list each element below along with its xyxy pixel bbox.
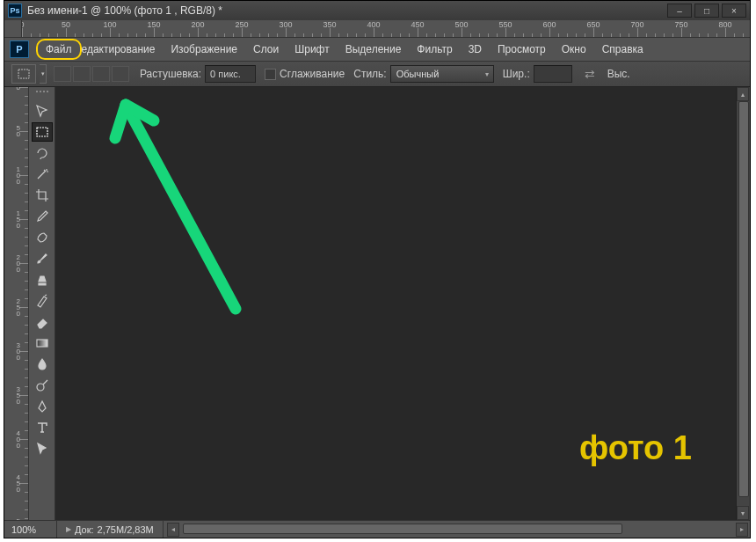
- gradient-tool[interactable]: [32, 333, 53, 353]
- tool-preset-icon[interactable]: [11, 64, 36, 84]
- scroll-right-button[interactable]: ▸: [736, 523, 748, 537]
- width-label: Шир.:: [503, 68, 530, 80]
- magic-wand-tool[interactable]: [32, 165, 53, 184]
- move-tool[interactable]: [32, 101, 53, 121]
- scroll-down-button[interactable]: ▾: [737, 506, 749, 520]
- selection-subtract-button[interactable]: [92, 66, 110, 82]
- selection-add-button[interactable]: [73, 66, 91, 82]
- vertical-scrollbar[interactable]: ▴ ▾: [736, 87, 750, 520]
- scroll-left-button[interactable]: ◂: [167, 523, 179, 537]
- lasso-tool[interactable]: [32, 143, 53, 163]
- brush-tool[interactable]: [32, 249, 53, 268]
- minimize-button[interactable]: –: [667, 4, 692, 18]
- width-input[interactable]: [534, 65, 572, 83]
- svg-point-3: [37, 384, 44, 391]
- svg-rect-2: [37, 340, 47, 347]
- annotation-label: фото 1: [579, 429, 692, 467]
- selection-intersect-button[interactable]: [112, 66, 129, 82]
- menu-item-изображение[interactable]: Изображение: [163, 40, 245, 58]
- left-gutter: [4, 87, 11, 520]
- ruler-origin: [4, 20, 22, 38]
- options-bar: ▾ Растушевка: Сглаживание Стиль: Обычный…: [4, 61, 750, 87]
- history-brush-tool[interactable]: [32, 291, 53, 311]
- menu-item-3d[interactable]: 3D: [461, 40, 490, 58]
- type-tool[interactable]: [32, 418, 53, 437]
- title-bar: Ps Без имени-1 @ 100% (фото 1 , RGB/8) *…: [4, 1, 750, 20]
- healing-brush-tool[interactable]: [32, 228, 53, 247]
- ruler-horizontal: 0501001502002503003504004505005506006507…: [22, 20, 750, 38]
- clone-stamp-tool[interactable]: [32, 270, 53, 289]
- feather-input[interactable]: [205, 65, 256, 83]
- maximize-button[interactable]: □: [694, 4, 719, 18]
- ps-logo-icon: P: [10, 40, 29, 58]
- doc-size: 2,75M/2,83M: [98, 524, 154, 535]
- canvas[interactable]: фото 1: [55, 87, 736, 520]
- menu-item-шрифт[interactable]: Шрифт: [287, 40, 337, 58]
- style-value: Обычный: [396, 69, 440, 79]
- selection-new-button[interactable]: [54, 66, 71, 82]
- height-label: Выс.: [607, 68, 630, 80]
- dodge-tool[interactable]: [32, 376, 53, 395]
- menu-item-выделение[interactable]: Выделение: [338, 40, 410, 58]
- close-button[interactable]: ×: [722, 4, 746, 18]
- path-selection-tool[interactable]: [32, 439, 53, 458]
- horizontal-scrollbar[interactable]: ◂ ▸: [164, 521, 750, 538]
- work-area: 050100150200250300350400450500 фото 1 ▴ …: [4, 87, 750, 520]
- blur-tool[interactable]: [32, 355, 53, 374]
- status-bar: 100% ▶ Док: 2,75M/2,83M ◂ ▸: [4, 520, 750, 538]
- style-label: Стиль:: [353, 68, 386, 80]
- menu-item-фильтр[interactable]: Фильтр: [409, 40, 460, 58]
- tools-panel: [29, 87, 55, 520]
- svg-rect-1: [37, 128, 47, 136]
- tool-preset-dropdown[interactable]: ▾: [40, 64, 47, 84]
- menu-bar: P ФайледактированиеИзображениеСлоиШрифтВ…: [4, 38, 750, 61]
- app-icon: Ps: [8, 4, 22, 18]
- swap-dimensions-icon[interactable]: ⇄: [581, 65, 599, 83]
- annotation-arrow: [82, 87, 302, 325]
- marquee-tool[interactable]: [32, 122, 53, 142]
- menu-item-справка[interactable]: Справка: [594, 40, 651, 58]
- ruler-horizontal-row: 0501001502002503003504004505005506006507…: [4, 20, 750, 38]
- vertical-scroll-thumb[interactable]: [738, 101, 749, 497]
- crop-tool[interactable]: [32, 186, 53, 205]
- eraser-tool[interactable]: [32, 312, 53, 332]
- ruler-vertical: 050100150200250300350400450500: [11, 87, 29, 520]
- window-title: Без имени-1 @ 100% (фото 1 , RGB/8) *: [27, 4, 667, 17]
- menu-item-файл[interactable]: Файл: [36, 39, 82, 60]
- pen-tool[interactable]: [32, 397, 53, 416]
- horizontal-scroll-thumb[interactable]: [183, 524, 622, 534]
- svg-rect-0: [18, 70, 29, 78]
- feather-label: Растушевка:: [140, 68, 201, 80]
- zoom-level[interactable]: 100%: [4, 521, 57, 538]
- menu-item-просмотр[interactable]: Просмотр: [490, 40, 554, 58]
- style-select[interactable]: Обычный: [390, 65, 494, 83]
- tools-panel-handle[interactable]: [31, 91, 54, 96]
- menu-item-редактирование[interactable]: едактирование: [82, 40, 164, 58]
- doc-label: Док:: [75, 524, 94, 535]
- menu-item-окно[interactable]: Окно: [554, 40, 594, 58]
- antialias-checkbox[interactable]: [265, 69, 276, 80]
- doc-info-arrow-icon: ▶: [66, 525, 71, 533]
- application-window: Ps Без имени-1 @ 100% (фото 1 , RGB/8) *…: [4, 0, 751, 538]
- menu-item-слои[interactable]: Слои: [245, 40, 287, 58]
- scroll-up-button[interactable]: ▴: [737, 87, 749, 101]
- antialias-label: Сглаживание: [280, 68, 345, 80]
- document-info[interactable]: ▶ Док: 2,75M/2,83M: [57, 521, 164, 538]
- eyedropper-tool[interactable]: [32, 207, 53, 226]
